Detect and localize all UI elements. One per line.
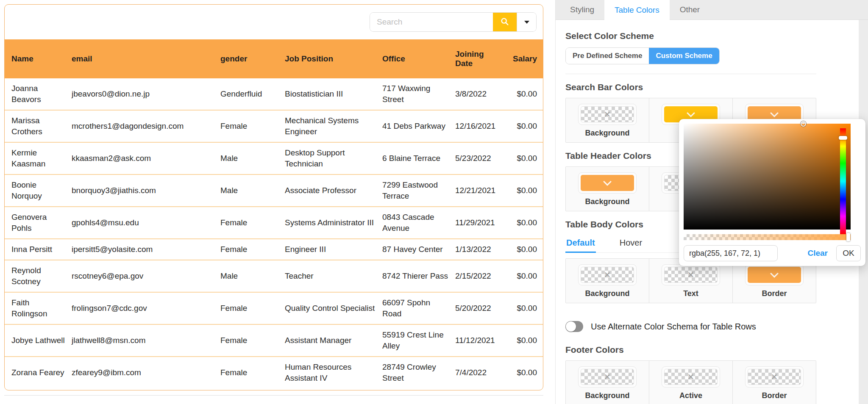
- background-swatch[interactable]: [581, 175, 634, 191]
- toggle-label: Use Alternate Color Schema for Table Row…: [591, 322, 756, 332]
- table-cell: $0.00: [506, 357, 543, 388]
- table-cell: Female: [217, 324, 281, 357]
- table-cell: Systems Administrator III: [281, 207, 379, 239]
- swatch-ring: ✕: [578, 104, 637, 125]
- table-cell: Associate Professor: [281, 174, 379, 207]
- table-cell: Biostatistician III: [281, 78, 379, 110]
- column-header-email[interactable]: email: [68, 39, 217, 78]
- hue-handle[interactable]: [839, 136, 847, 140]
- table-cell: Assistant Manager: [281, 324, 379, 357]
- table-cell: 28749 Crowley Street: [379, 357, 452, 388]
- table-cell: 3/8/2022: [452, 78, 506, 110]
- background-swatch[interactable]: ✕: [581, 267, 634, 283]
- ok-button[interactable]: OK: [836, 245, 861, 261]
- table-cell: frolingson7@cdc.gov: [68, 292, 217, 324]
- table-row[interactable]: Joanna Beavorsjbeavors0@dion.ne.jpGender…: [5, 78, 543, 110]
- table-body-colors-cell: ✕Background: [566, 259, 649, 303]
- table-cell: Human Resources Assistant IV: [281, 357, 379, 388]
- table-cell: $0.00: [506, 260, 543, 292]
- color-value-input[interactable]: [684, 245, 778, 261]
- table-row[interactable]: Reynold Scotneyrscotney6@epa.govMaleTeac…: [5, 260, 543, 292]
- table-row[interactable]: Boonie Norquoybnorquoy3@jiathis.comMaleA…: [5, 174, 543, 207]
- chevron-down-icon: [603, 177, 612, 186]
- table-cell: Engineer III: [281, 239, 379, 260]
- table-cell: gpohls4@msu.edu: [68, 207, 217, 239]
- table-cell: Inna Persitt: [5, 239, 68, 260]
- column-header-joining-date[interactable]: Joining Date: [452, 39, 506, 78]
- table-cell: $0.00: [506, 292, 543, 324]
- table-row[interactable]: Zorana Feareyzfearey9@ibm.comFemaleHuman…: [5, 357, 543, 388]
- table-row[interactable]: Marissa Crothersmcrothers1@dagondesign.c…: [5, 110, 543, 142]
- column-header-salary[interactable]: Salary: [506, 39, 543, 78]
- column-header-gender[interactable]: gender: [217, 39, 281, 78]
- table-cell: 5/23/2022: [452, 142, 506, 174]
- table-cell: Kermie Kaasman: [5, 142, 68, 174]
- picker-controls: Clear OK: [684, 245, 861, 261]
- alpha-slider[interactable]: [684, 234, 851, 240]
- saturation-area[interactable]: [684, 124, 851, 230]
- tab-styling[interactable]: Styling: [560, 0, 604, 19]
- predefined-scheme-button[interactable]: Pre Defined Scheme: [566, 48, 649, 64]
- border-swatch[interactable]: ✕: [748, 369, 801, 385]
- active-swatch[interactable]: ✕: [664, 369, 718, 385]
- table-cell: Marissa Crothers: [5, 110, 68, 142]
- search-input[interactable]: [370, 13, 493, 31]
- table-row[interactable]: Genovera Pohlsgpohls4@msu.eduFemaleSyste…: [5, 207, 543, 239]
- tab-other[interactable]: Other: [670, 0, 710, 19]
- subtab-default[interactable]: Default: [565, 235, 596, 253]
- chevron-down-icon: [687, 109, 695, 117]
- table-cell: Male: [217, 142, 281, 174]
- swatch-ring: ✕: [662, 366, 720, 387]
- swatch-ring: [578, 172, 637, 194]
- background-swatch[interactable]: ✕: [581, 106, 634, 122]
- chevron-down-icon: [770, 109, 779, 117]
- search-button[interactable]: [493, 13, 517, 31]
- table-cell: Quality Control Specialist: [281, 292, 379, 324]
- table-cell: Teacher: [281, 260, 379, 292]
- transparent-x-icon: ✕: [604, 270, 611, 280]
- table-header: NameemailgenderJob PositionOfficeJoining…: [5, 39, 543, 78]
- text-swatch[interactable]: ✕: [664, 267, 718, 283]
- table-cell: 6 Blaine Terrace: [379, 142, 452, 174]
- table-cell: Faith Rolingson: [5, 292, 68, 324]
- scheme-button-group: Pre Defined Scheme Custom Scheme: [565, 47, 720, 64]
- search-toolbar: [5, 5, 543, 39]
- table-cell: Female: [217, 110, 281, 142]
- table-cell: 41 Debs Parkway: [379, 110, 452, 142]
- search-group: [370, 12, 537, 32]
- hue-slider[interactable]: [840, 128, 846, 234]
- border-swatch[interactable]: [748, 267, 801, 283]
- table-cell: 11/12/2021: [452, 324, 506, 357]
- swatch-ring: ✕: [745, 366, 804, 387]
- table-row[interactable]: Kermie Kaasmankkaasman2@ask.comMaleDeskt…: [5, 142, 543, 174]
- tab-table-colors[interactable]: Table Colors: [604, 0, 670, 20]
- transparent-x-icon: ✕: [687, 372, 695, 382]
- table-cell: jlathwell8@msn.com: [68, 324, 217, 357]
- alternate-rows-toggle[interactable]: [565, 321, 583, 332]
- column-header-name[interactable]: Name: [5, 39, 68, 78]
- table-cell: $0.00: [506, 142, 543, 174]
- table-header-colors-cell: Background: [566, 167, 649, 211]
- custom-scheme-button[interactable]: Custom Scheme: [649, 48, 719, 64]
- swatch-ring: [745, 264, 804, 285]
- table-row[interactable]: Faith Rolingsonfrolingson7@cdc.govFemale…: [5, 292, 543, 324]
- toggle-knob: [566, 321, 576, 332]
- background-swatch[interactable]: ✕: [581, 369, 634, 385]
- subtab-hover[interactable]: Hover: [619, 235, 643, 253]
- table-cell: 8742 Thierer Pass: [379, 260, 452, 292]
- search-icon: [500, 17, 509, 28]
- table-row[interactable]: Inna Persittipersitt5@yolasite.comFemale…: [5, 239, 543, 260]
- table-row[interactable]: Jobye Lathwelljlathwell8@msn.comFemaleAs…: [5, 324, 543, 357]
- table-cell: Genovera Pohls: [5, 207, 68, 239]
- saturation-marker[interactable]: [801, 121, 806, 127]
- table-cell: Desktop Support Technician: [281, 142, 379, 174]
- column-header-office[interactable]: Office: [379, 39, 452, 78]
- table-cell: 1/13/2022: [452, 239, 506, 260]
- alpha-handle[interactable]: [846, 233, 850, 241]
- footer-colors-cell: ✕Active: [649, 361, 733, 404]
- table-cell: 87 Havey Center: [379, 239, 452, 260]
- clear-link[interactable]: Clear: [807, 249, 828, 258]
- column-header-job-position[interactable]: Job Position: [281, 39, 379, 78]
- panel-tabs: StylingTable ColorsOther: [556, 0, 868, 20]
- search-options-button[interactable]: [517, 13, 536, 31]
